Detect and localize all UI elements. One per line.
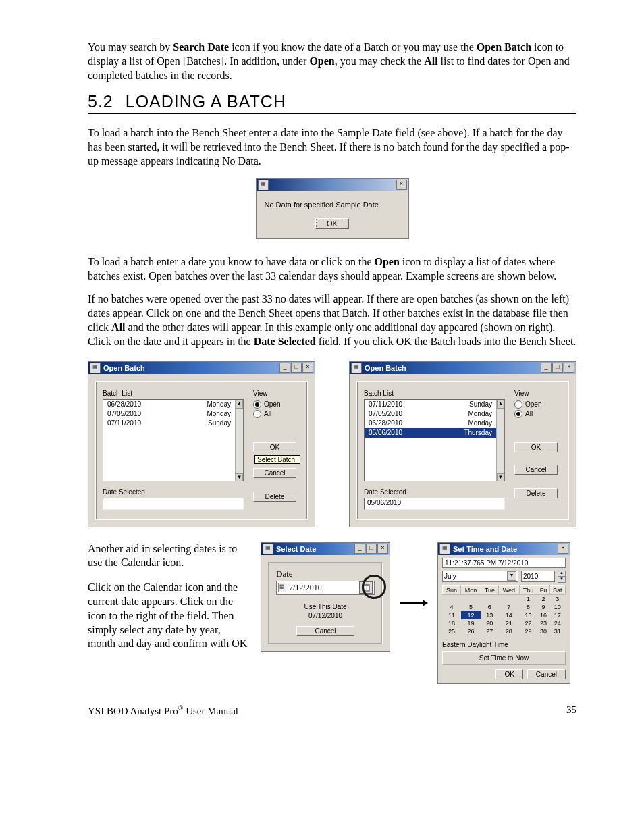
use-this-date-link[interactable]: Use This Date xyxy=(276,603,375,610)
maximize-icon[interactable]: □ xyxy=(291,363,302,373)
view-all-radio[interactable]: All xyxy=(514,410,562,418)
page-number: 35 xyxy=(566,704,576,717)
calendar-day-header: Thu xyxy=(519,585,537,594)
calendar-day-cell[interactable]: 10 xyxy=(549,603,565,611)
table-row[interactable]: 07/11/2010Sunday xyxy=(365,400,496,409)
close-icon[interactable]: × xyxy=(377,544,388,554)
table-row[interactable]: 07/05/2010Monday xyxy=(103,409,235,419)
app-icon: ▦ xyxy=(90,363,101,373)
minimize-icon[interactable]: _ xyxy=(354,544,365,554)
calendar-day-cell[interactable]: 22 xyxy=(519,619,537,627)
calendar-day-cell[interactable]: 6 xyxy=(481,603,498,611)
view-all-radio[interactable]: All xyxy=(253,410,300,418)
minimize-icon[interactable]: _ xyxy=(541,363,552,373)
maximize-icon[interactable]: □ xyxy=(552,363,563,373)
view-open-radio[interactable]: Open xyxy=(514,400,562,409)
cancel-button[interactable]: Cancel xyxy=(253,468,296,478)
maximize-icon[interactable]: □ xyxy=(366,544,377,554)
ok-button[interactable]: OK xyxy=(253,442,296,452)
calendar-day-cell[interactable]: 8 xyxy=(519,603,537,611)
open-batch-dialog-left: ▦ Open Batch _ □ × Batch List 06/28/2010… xyxy=(88,361,315,527)
paragraph-load-batch: To load a batch into the Bench Sheet ent… xyxy=(88,126,576,168)
close-icon[interactable]: × xyxy=(564,363,574,373)
minimize-icon[interactable]: _ xyxy=(279,363,290,373)
scroll-down-icon[interactable]: ▼ xyxy=(497,473,504,481)
calendar-day-cell[interactable]: 23 xyxy=(537,619,549,627)
delete-button[interactable]: Delete xyxy=(253,492,296,502)
view-open-radio[interactable]: Open xyxy=(253,400,300,409)
batch-list[interactable]: 07/11/2010Sunday07/05/2010Monday06/28/20… xyxy=(364,399,505,481)
calendar-day-cell[interactable]: 24 xyxy=(549,619,565,627)
ok-button[interactable]: OK xyxy=(495,669,522,679)
calendar-day-cell[interactable]: 2 xyxy=(537,594,549,603)
ok-button[interactable]: OK xyxy=(514,442,558,452)
paragraph-calendar-click: Click on the Calendar icon and the curre… xyxy=(88,581,250,651)
calendar-day-header: Wed xyxy=(498,585,519,594)
calendar-day-header: Mon xyxy=(461,585,481,594)
date-field-icon: ▤ xyxy=(278,583,286,592)
close-icon[interactable]: × xyxy=(396,180,407,190)
spin-down-icon: ▼ xyxy=(558,577,566,583)
calendar-day-cell[interactable]: 13 xyxy=(481,611,498,619)
paragraph-open-icon: To load a batch enter a date you know to… xyxy=(88,255,576,284)
calendar-day-cell[interactable]: 16 xyxy=(537,611,549,619)
calendar-day-cell[interactable]: 4 xyxy=(443,603,461,611)
calendar-day-cell[interactable]: 12 xyxy=(461,611,481,619)
no-data-dialog: ▦ × No Data for specified Sample Date OK xyxy=(256,178,409,239)
table-row[interactable]: 06/28/2010Monday xyxy=(365,419,496,428)
calendar-day-cell[interactable]: 31 xyxy=(549,627,565,635)
cancel-button[interactable]: Cancel xyxy=(296,626,354,636)
calendar-day-cell[interactable]: 15 xyxy=(519,611,537,619)
calendar-day-cell[interactable]: 18 xyxy=(443,619,461,627)
table-row[interactable]: 06/28/2010Monday xyxy=(103,400,235,409)
paragraph-calendar-aid: Another aid in selecting dates is to use… xyxy=(88,542,250,571)
date-selected-field[interactable] xyxy=(103,498,244,510)
calendar-day-header: Sun xyxy=(443,585,461,594)
scroll-up-icon[interactable]: ▲ xyxy=(497,400,504,409)
close-icon[interactable]: × xyxy=(558,544,568,554)
calendar-day-cell[interactable]: 5 xyxy=(461,603,481,611)
month-select[interactable]: July ▾ xyxy=(442,571,518,582)
calendar-day-cell[interactable]: 1 xyxy=(519,594,537,603)
calendar-day-cell[interactable]: 27 xyxy=(481,627,498,635)
table-row[interactable]: 07/05/2010Monday xyxy=(365,409,496,419)
date-selected-field[interactable]: 05/06/2010 xyxy=(364,498,505,510)
year-field[interactable]: 2010 xyxy=(521,571,555,582)
calendar-day-cell[interactable]: 30 xyxy=(537,627,549,635)
intro-paragraph: You may search by Search Date icon if yo… xyxy=(88,41,576,82)
batch-list[interactable]: 06/28/2010Monday07/05/2010Monday07/11/20… xyxy=(103,399,244,481)
date-input[interactable]: ▤ 7/12/2010 xyxy=(276,581,375,595)
table-row[interactable]: 05/06/2010Thursday xyxy=(365,428,496,438)
calendar-day-cell[interactable]: 11 xyxy=(443,611,461,619)
calendar-day-cell[interactable]: 26 xyxy=(461,627,481,635)
calendar-day-cell[interactable]: 21 xyxy=(498,619,519,627)
set-time-now-button[interactable]: Set Time to Now xyxy=(442,651,566,665)
view-label: View xyxy=(253,390,300,397)
chevron-down-icon: ▾ xyxy=(507,571,516,581)
annotation-arrow xyxy=(400,563,428,664)
calendar-day-cell[interactable]: 25 xyxy=(443,627,461,635)
calendar-day-cell[interactable]: 7 xyxy=(498,603,519,611)
table-row[interactable]: 07/11/2010Sunday xyxy=(103,419,235,428)
calendar-day-cell[interactable]: 20 xyxy=(481,619,498,627)
calendar-day-cell[interactable]: 14 xyxy=(498,611,519,619)
timestamp-field[interactable]: 11:21:37.765 PM 7/12/2010 xyxy=(442,558,566,568)
year-spinner[interactable]: ▲▼ xyxy=(558,571,566,583)
cancel-button[interactable]: Cancel xyxy=(514,465,558,475)
calendar-day-cell[interactable]: 9 xyxy=(537,603,549,611)
section-heading: 5.2LOADING A BATCH xyxy=(88,92,576,114)
calendar-day-cell[interactable]: 17 xyxy=(549,611,565,619)
scroll-up-icon[interactable]: ▲ xyxy=(236,400,243,409)
delete-button[interactable]: Delete xyxy=(514,488,558,498)
calendar-grid[interactable]: SunMonTueWedThuFriSat 123456789101112131… xyxy=(442,585,566,635)
calendar-icon[interactable] xyxy=(359,581,373,594)
calendar-day-cell[interactable]: 3 xyxy=(549,594,565,603)
cancel-button[interactable]: Cancel xyxy=(527,669,566,679)
calendar-day-cell[interactable]: 28 xyxy=(498,627,519,635)
calendar-day-cell[interactable]: 29 xyxy=(519,627,537,635)
scroll-down-icon[interactable]: ▼ xyxy=(236,473,243,481)
calendar-day-cell[interactable]: 19 xyxy=(461,619,481,627)
close-icon[interactable]: × xyxy=(302,363,313,373)
ok-button[interactable]: OK xyxy=(315,218,349,229)
app-icon: ▦ xyxy=(263,544,273,554)
